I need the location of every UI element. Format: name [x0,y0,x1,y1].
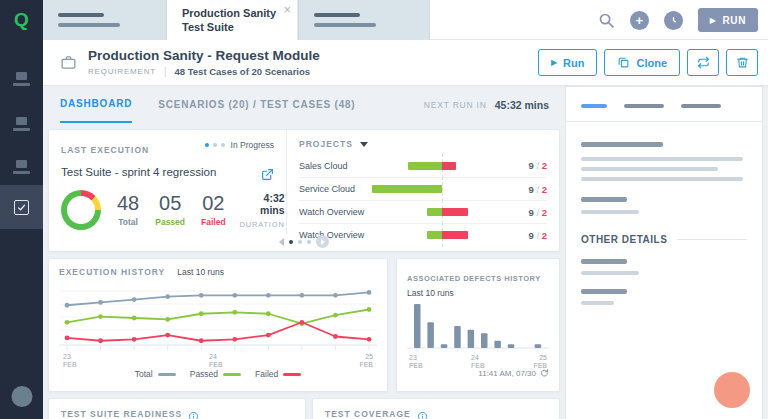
project-pass-fail-count: 9 / 2 [507,160,547,171]
project-row[interactable]: Service Cloud 9 / 2 [299,177,547,200]
chevron-down-icon [360,142,368,147]
defects-x-axis: 23FEB 24FEB 25FEB [407,354,549,369]
chevron-left-icon[interactable] [279,238,284,246]
legend-item-failed: Failed [255,369,301,379]
stat-value: 02 [201,193,226,213]
app-logo[interactable]: Q [0,0,43,40]
defects-history-card: ASSOCIATED DEFECTS HISTORY Last 10 runs … [396,258,560,392]
execution-name: Test Suite - sprint 4 regression [61,166,274,178]
divider [677,239,747,240]
project-progress-bar [377,231,507,239]
carousel-pagination [279,235,329,248]
schedule-repeat-button[interactable] [687,49,719,76]
run-label: RUN [723,15,746,26]
project-pass-fail-count: 9 / 2 [507,184,547,195]
execution-history-chart [59,281,377,353]
scrollbar-track[interactable] [763,86,768,419]
sidebar-item-1[interactable] [0,57,43,101]
details-side-panel: OTHER DETAILS [565,86,763,419]
execution-history-heading: EXECUTION HISTORY [59,267,165,277]
readiness-heading: TEST SUITE READINESS [61,409,182,419]
project-progress-bar [377,162,507,170]
add-icon[interactable]: + [630,11,649,30]
tab-skeleton-active[interactable] [581,104,607,108]
skeleton-heading [581,289,627,294]
carousel-play-button[interactable] [316,235,329,248]
floating-action-button[interactable] [714,372,750,408]
tab-skeleton-line [58,13,104,17]
browser-tab-active[interactable]: Production Sanity Test Suite × [167,0,298,40]
x-tick-label: 24FEB [471,354,485,370]
last-runs-subtitle: Last 10 runs [407,288,549,298]
dashboard-tabs: DASHBOARD SCENARIOS (20) / TEST CASES (4… [43,86,563,123]
stat-value: 05 [155,193,185,213]
user-avatar[interactable] [11,386,32,407]
skeleton-heading [581,259,627,264]
info-icon[interactable] [188,408,199,419]
duration-block: 4:32 mins DURATION [240,192,285,229]
carousel-dot-active[interactable] [289,240,293,244]
tab-skeleton-line [314,13,360,17]
sidebar-item-3[interactable] [0,145,43,189]
x-tick-label: 24FEB [209,353,223,369]
left-sidebar [0,40,43,419]
execution-stats-row: 48 Total 05 Passed 02 Failed 4:32 mins D… [61,190,274,230]
defects-heading: ASSOCIATED DEFECTS HISTORY [407,274,541,283]
topbar-actions: + ▶ RUN [598,0,758,40]
browser-tab-3[interactable] [298,0,430,40]
last-refresh-timestamp: 11:41 AM, 07/30 [407,369,549,378]
stat-failed: 02 Failed [201,193,226,227]
placeholder-icon [13,117,30,131]
testcase-summary: 48 Test Cases of 20 Scenarios [175,66,311,77]
stat-label: Passed [155,217,185,227]
placeholder-icon [13,72,30,86]
execution-history-card: EXECUTION HISTORY Last 10 runs 23FEB 24F… [48,258,388,392]
skeleton-line [581,210,639,214]
projects-header[interactable]: PROJECTS [299,139,547,149]
execution-history-header: EXECUTION HISTORY Last 10 runs [59,267,377,277]
carousel-dot[interactable] [298,240,302,244]
sidebar-item-test-suites-active[interactable] [0,185,43,229]
close-icon[interactable]: × [283,2,291,17]
repeat-icon [697,56,710,69]
tab-skeleton[interactable] [681,104,721,108]
clone-icon [617,56,630,69]
tab-scenarios-testcases[interactable]: SCENARIOS (20) / TEST CASES (48) [158,86,355,123]
divider: | [164,66,167,77]
project-name: Sales Cloud [299,161,377,171]
stat-passed: 05 Passed [155,193,185,227]
projects-heading: PROJECTS [299,139,353,149]
clone-button[interactable]: Clone [604,49,680,76]
project-row[interactable]: Watch Overview 9 / 2 [299,200,547,223]
progress-dot [205,143,209,147]
refresh-icon[interactable] [540,369,549,378]
execution-donut-chart [61,190,101,230]
run-button-topbar[interactable]: ▶ RUN [698,8,758,32]
clone-label: Clone [636,57,667,69]
page-title: Production Sanity - Request Module [88,48,320,63]
search-icon[interactable] [598,12,615,29]
tab-skeleton[interactable] [624,104,664,108]
project-name: Watch Overview [299,207,377,217]
run-button[interactable]: ▶ Run [538,49,598,76]
tab-dashboard[interactable]: DASHBOARD [60,86,132,123]
duration-value: 4:32 mins [240,192,285,216]
next-run-value: 45:32 mins [495,99,549,111]
project-row[interactable]: Watch Overview 9 / 2 [299,223,547,246]
clock-icon[interactable] [664,11,683,30]
delete-button[interactable] [726,49,758,76]
sidebar-item-2[interactable] [0,102,43,146]
run-label: Run [563,57,584,69]
page-header: Production Sanity - Request Module REQUI… [43,40,768,86]
x-tick-label: 25FEB [533,354,547,370]
external-link-icon[interactable] [261,167,274,180]
skeleton-line [581,157,743,161]
info-icon[interactable] [417,408,428,419]
topbar: Q Production Sanity Test Suite × + ▶ RUN [0,0,768,40]
project-row[interactable]: Sales Cloud 9 / 2 [299,154,547,177]
last-runs-subtitle: Last 10 runs [177,267,224,277]
last-execution-panel: LAST EXECUTION In Progress Test Suite - … [49,130,286,251]
tab-skeleton-line [314,23,376,27]
carousel-dot[interactable] [307,240,311,244]
browser-tab-1[interactable] [43,0,167,40]
